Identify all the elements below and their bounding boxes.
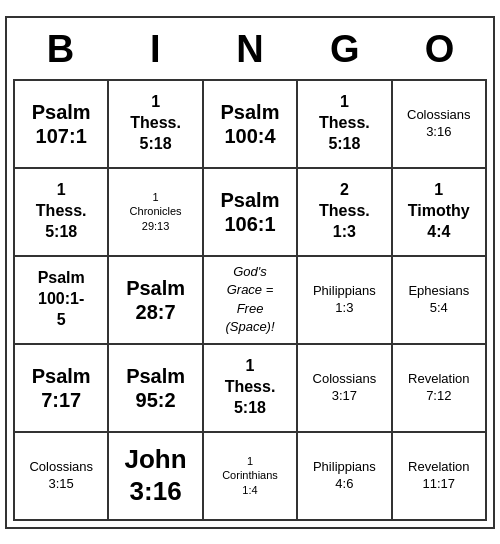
cell-text: Revelation 7:12 — [408, 371, 469, 405]
bingo-cell: Psalm 107:1 — [15, 81, 109, 169]
bingo-grid: Psalm 107:11 Thess. 5:18Psalm 100:41 The… — [13, 79, 487, 521]
cell-text: Psalm 95:2 — [126, 364, 185, 412]
bingo-cell: Psalm 100:1- 5 — [15, 257, 109, 345]
bingo-cell: Psalm 28:7 — [109, 257, 203, 345]
bingo-cell: Ephesians 5:4 — [393, 257, 487, 345]
cell-text: Colossians 3:17 — [313, 371, 377, 405]
bingo-cell: 1 Thess. 5:18 — [15, 169, 109, 257]
bingo-cell: Psalm 100:4 — [204, 81, 298, 169]
bingo-cell: Psalm 7:17 — [15, 345, 109, 433]
bingo-cell: 2 Thess. 1:3 — [298, 169, 392, 257]
cell-text: 1 Corinthians 1:4 — [222, 454, 278, 497]
cell-text: Philippians 4:6 — [313, 459, 376, 493]
bingo-cell: 1 Thess. 5:18 — [109, 81, 203, 169]
bingo-cell: John 3:16 — [109, 433, 203, 521]
bingo-card: BINGO Psalm 107:11 Thess. 5:18Psalm 100:… — [5, 16, 495, 529]
bingo-cell: God's Grace = Free (Space)! — [204, 257, 298, 345]
cell-text: Colossians 3:16 — [407, 107, 471, 141]
cell-text: Psalm 100:4 — [221, 100, 280, 148]
bingo-cell: Colossians 3:17 — [298, 345, 392, 433]
bingo-cell: 1 Timothy 4:4 — [393, 169, 487, 257]
cell-text: God's Grace = Free (Space)! — [225, 263, 274, 336]
header-letter: N — [203, 24, 298, 75]
cell-text: 1 Thess. 5:18 — [225, 356, 276, 418]
cell-text: Revelation 11:17 — [408, 459, 469, 493]
bingo-cell: Psalm 106:1 — [204, 169, 298, 257]
cell-text: 1 Thess. 5:18 — [36, 180, 87, 242]
bingo-cell: Psalm 95:2 — [109, 345, 203, 433]
cell-text: Psalm 107:1 — [32, 100, 91, 148]
cell-text: John 3:16 — [125, 444, 187, 506]
bingo-cell: Philippians 1:3 — [298, 257, 392, 345]
header-letter: G — [297, 24, 392, 75]
bingo-cell: Colossians 3:15 — [15, 433, 109, 521]
cell-text: Colossians 3:15 — [29, 459, 93, 493]
cell-text: Philippians 1:3 — [313, 283, 376, 317]
cell-text: Psalm 7:17 — [32, 364, 91, 412]
bingo-cell: Revelation 7:12 — [393, 345, 487, 433]
header-letter: B — [13, 24, 108, 75]
bingo-cell: 1 Thess. 5:18 — [204, 345, 298, 433]
header-letter: I — [108, 24, 203, 75]
bingo-cell: Philippians 4:6 — [298, 433, 392, 521]
cell-text: 1 Timothy 4:4 — [408, 180, 470, 242]
cell-text: 1 Thess. 5:18 — [319, 92, 370, 154]
cell-text: Psalm 106:1 — [221, 188, 280, 236]
bingo-cell: Revelation 11:17 — [393, 433, 487, 521]
bingo-cell: 1 Thess. 5:18 — [298, 81, 392, 169]
bingo-cell: 1 Corinthians 1:4 — [204, 433, 298, 521]
bingo-cell: Colossians 3:16 — [393, 81, 487, 169]
bingo-header: BINGO — [13, 24, 487, 75]
bingo-cell: 1 Chronicles 29:13 — [109, 169, 203, 257]
cell-text: 1 Chronicles 29:13 — [130, 190, 182, 233]
cell-text: Ephesians 5:4 — [408, 283, 469, 317]
cell-text: Psalm 100:1- 5 — [38, 268, 85, 330]
header-letter: O — [392, 24, 487, 75]
cell-text: Psalm 28:7 — [126, 276, 185, 324]
cell-text: 2 Thess. 1:3 — [319, 180, 370, 242]
cell-text: 1 Thess. 5:18 — [130, 92, 181, 154]
